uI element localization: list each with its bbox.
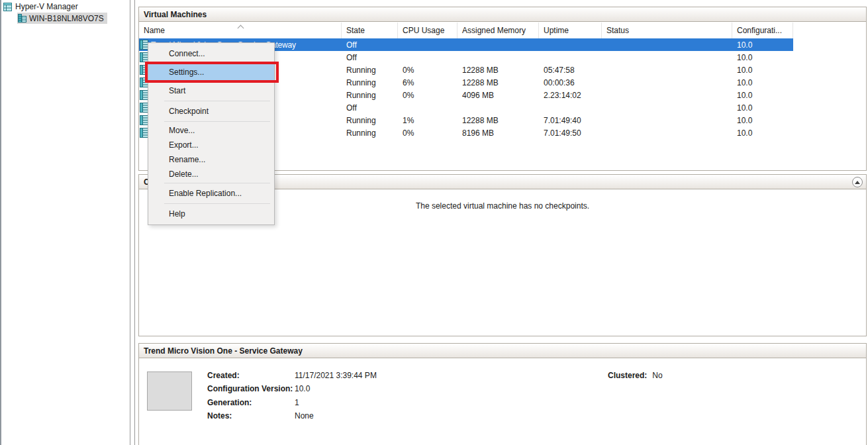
detail-label: Notes: [207,411,295,420]
menu-item-label: Move... [169,126,195,135]
column-header-label: Assigned Memory [462,26,526,35]
console-tree: Hyper-V Manager WIN-B18NLM8VO7S [0,0,130,445]
panel-title: Trend Micro Vision One - Service Gateway [144,346,303,356]
detail-label: Configuration Version: [207,384,295,393]
cell-config: 10.0 [732,78,793,87]
cell-uptime: 00:00:36 [539,78,602,87]
cell-uptime: 05:47:58 [539,66,602,75]
cell-uptime: 2.23:14:02 [539,91,602,100]
menu-separator [164,121,270,122]
menu-item-label: Rename... [169,155,205,164]
cell-config: 10.0 [732,40,793,50]
menu-item-export[interactable]: Export... [148,138,274,152]
detail-value: 10.0 [295,384,310,393]
tree-item-hyperv-manager[interactable]: Hyper-V Manager [3,1,78,12]
cell-state: Off [342,53,398,62]
detail-label: Created: [207,371,295,380]
column-header-memory[interactable]: Assigned Memory [458,23,539,38]
menu-item-rename[interactable]: Rename... [148,152,274,167]
tree-item-label: Hyper-V Manager [15,2,78,11]
cell-config: 10.0 [732,91,793,100]
cell-memory: 12288 MB [458,66,539,75]
detail-row: Configuration Version:10.0 [207,382,377,395]
cell-state: Running [342,116,398,125]
menu-separator [164,183,270,183]
cell-state: Running [342,66,398,75]
cell-state: Off [342,103,398,113]
cell-memory: 12288 MB [458,78,539,87]
cell-config: 10.0 [732,128,793,138]
panel-title: Virtual Machines [144,10,207,19]
vm-details-panel: Trend Micro Vision One - Service Gateway… [138,343,867,445]
menu-item-label: Settings... [169,68,204,77]
column-header-label: Uptime [544,26,569,35]
collapse-up-icon [855,181,860,184]
detail-label: Generation: [207,398,295,407]
column-header-config[interactable]: Configurati... [732,23,793,38]
menu-item-label: Connect... [169,49,205,58]
cell-cpu: 6% [398,78,458,87]
menu-item-enable-replication[interactable]: Enable Replication... [148,185,274,202]
cell-state: Running [342,91,398,100]
column-header-label: CPU Usage [403,26,444,35]
cell-memory: 8196 MB [458,128,539,138]
cell-cpu: 0% [398,128,458,138]
column-header-label: Name [144,26,165,35]
menu-separator [164,101,270,101]
tree-item-label: WIN-B18NLM8VO7S [29,14,104,23]
cell-state: Running [342,78,398,87]
tree-item-server[interactable]: WIN-B18NLM8VO7S [17,13,107,24]
clustered-row: Clustered: No [608,369,663,382]
cell-cpu: 0% [398,91,458,100]
column-header-cpu[interactable]: CPU Usage [398,23,458,38]
column-header-status[interactable]: Status [602,23,732,38]
detail-label: Clustered: [608,371,647,380]
column-header-state[interactable]: State [342,23,398,38]
virtual-machines-header: Virtual Machines [139,7,866,22]
vm-details-header: Trend Micro Vision One - Service Gateway [139,344,866,358]
cell-memory: 12288 MB [458,116,539,125]
menu-item-label: Enable Replication... [169,189,242,198]
column-header-label: Configurati... [737,26,782,35]
cell-uptime: 7.01:49:40 [539,116,602,125]
hyperv-manager-icon [3,3,12,11]
context-menu: Connect...Settings...StartCheckpointMove… [148,42,275,225]
menu-item-settings[interactable]: Settings... [148,64,274,81]
menu-item-label: Export... [169,140,199,150]
menu-item-label: Start [169,86,185,95]
cell-state: Running [342,128,398,138]
cell-cpu: 0% [398,66,458,75]
menu-item-label: Help [169,209,185,219]
detail-row: Generation:1 [207,396,377,409]
sort-ascending-icon [238,25,244,32]
collapse-button[interactable] [852,177,863,187]
column-header-label: State [346,26,365,35]
vm-details-fields: Created:11/17/2021 3:39:44 PMConfigurati… [207,369,377,422]
menu-item-checkpoint[interactable]: Checkpoint [148,103,274,120]
column-header-label: Status [606,26,629,35]
menu-item-label: Checkpoint [169,107,209,116]
menu-item-help[interactable]: Help [148,205,274,222]
menu-item-connect[interactable]: Connect... [148,45,274,62]
cell-config: 10.0 [732,53,793,62]
detail-value: No [652,371,662,380]
cell-state: Off [342,40,398,50]
menu-item-start[interactable]: Start [148,82,274,99]
cell-memory: 4096 MB [458,91,539,100]
menu-item-move[interactable]: Move... [148,123,274,138]
detail-row: Notes:None [207,409,377,422]
cell-config: 10.0 [732,66,793,75]
detail-row: Created:11/17/2021 3:39:44 PM [207,369,377,382]
detail-value: None [295,411,314,420]
annotation-highlight-box [145,62,279,83]
cell-config: 10.0 [732,103,793,113]
column-header-name[interactable]: Name [139,23,342,38]
detail-value: 1 [295,398,299,407]
pane-divider [134,0,135,445]
vm-thumbnail [147,371,192,411]
column-header-uptime[interactable]: Uptime [539,23,602,38]
menu-separator [164,203,270,204]
table-header-row: NameStateCPU UsageAssigned MemoryUptimeS… [139,23,793,38]
cell-cpu: 1% [398,116,458,125]
menu-item-delete[interactable]: Delete... [148,167,274,181]
